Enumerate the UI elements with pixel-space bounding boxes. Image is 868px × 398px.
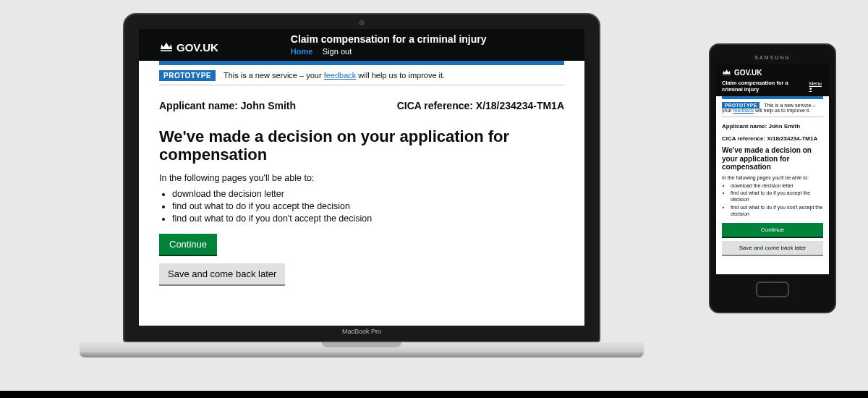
phase-banner: PROTOTYPE This is a new service – your f…	[722, 99, 823, 117]
phase-tag: PROTOTYPE	[159, 70, 216, 81]
laptop-screen: GOV.UK Claim compensation for a criminal…	[139, 29, 584, 326]
site-header: GOV.UK Claim compensation for a criminal…	[139, 29, 584, 61]
applicant-name: John Smith	[768, 123, 800, 130]
site-header: GOV.UK Claim compensation for a criminal…	[716, 64, 829, 96]
bottom-bar	[0, 391, 868, 398]
continue-button[interactable]: Continue	[159, 234, 217, 255]
list-item: find out what to do if you don't accept …	[172, 213, 564, 224]
applicant-label: Applicant name:	[722, 123, 767, 130]
list-item: download the decision letter	[731, 183, 823, 190]
phase-text-after: will help us to improve it.	[356, 71, 445, 80]
bullet-list: download the decision letter find out wh…	[172, 189, 564, 224]
laptop-base	[123, 342, 600, 358]
header-row: GOV.UK Claim compensation for a criminal…	[159, 33, 564, 61]
laptop-brand-label: MacBook Pro	[139, 326, 584, 335]
phone-brand-label: SAMSUNG	[716, 55, 829, 64]
header-nav: Home Sign out	[291, 46, 487, 61]
phone-home-button[interactable]	[756, 281, 789, 297]
list-item: find out what to do if you accept the de…	[172, 201, 564, 211]
main-content: Applicant name: John Smith CICA referenc…	[716, 123, 829, 262]
list-item: find out what to do if you accept the de…	[731, 190, 823, 203]
reference-value: X/18/234234-TM1A	[476, 100, 564, 111]
reference-value: X/18/234234-TM1A	[767, 135, 817, 142]
govuk-logo[interactable]: GOV.UK	[176, 41, 218, 54]
laptop-base-bottom	[80, 352, 644, 357]
reference-block: CICA reference: X/18/234234-TM1A	[397, 100, 564, 111]
nav-home-link[interactable]: Home	[291, 47, 313, 56]
laptop-mockup: GOV.UK Claim compensation for a criminal…	[123, 13, 600, 358]
applicant-label: Applicant name:	[159, 100, 238, 111]
service-column: Claim compensation for a criminal injury…	[291, 33, 487, 61]
feedback-link[interactable]: feedback	[733, 108, 754, 113]
nav-signout-link[interactable]: Sign out	[323, 47, 352, 56]
menu-toggle[interactable]: Menu ▾	[809, 81, 824, 92]
service-name: Claim compensation for a criminal injury	[722, 80, 809, 93]
applicant-block: Applicant name: John Smith	[722, 123, 823, 130]
save-button[interactable]: Save and come back later	[722, 241, 823, 255]
page-title: We've made a decision on your applicatio…	[722, 146, 823, 172]
phase-banner: PROTOTYPE This is a new service – your f…	[159, 65, 564, 85]
main-content: Applicant name: John Smith CICA referenc…	[139, 100, 584, 299]
reference-block: CICA reference: X/18/234234-TM1A	[722, 135, 823, 142]
laptop-bezel: GOV.UK Claim compensation for a criminal…	[123, 13, 600, 342]
phone-screen: GOV.UK Claim compensation for a criminal…	[716, 64, 829, 274]
laptop-base-top	[80, 342, 644, 352]
govuk-logo[interactable]: GOV.UK	[734, 69, 762, 77]
phase-text-before: This is a new service – your	[224, 71, 324, 80]
list-item: find out what to do if you don't accept …	[731, 205, 823, 218]
bullet-list: download the decision letter find out wh…	[731, 183, 823, 218]
service-name: Claim compensation for a criminal injury	[291, 33, 487, 45]
reference-label: CICA reference:	[722, 135, 765, 142]
continue-button[interactable]: Continue	[722, 223, 823, 237]
crown-icon	[159, 41, 174, 54]
applicant-block: Applicant name: John Smith	[159, 100, 296, 111]
save-button[interactable]: Save and come back later	[159, 263, 285, 284]
laptop-notch	[322, 342, 401, 347]
feedback-link[interactable]: feedback	[324, 71, 357, 80]
header-row: GOV.UK	[722, 68, 823, 77]
service-row: Claim compensation for a criminal injury…	[722, 77, 823, 96]
phase-text-after: will help us to improve it.	[754, 108, 810, 113]
page-title: We've made a decision on your applicatio…	[159, 127, 521, 164]
camera-icon	[359, 20, 365, 25]
reference-label: CICA reference:	[397, 100, 473, 111]
intro-text: In the following pages you'll be able to…	[159, 173, 564, 183]
list-item: download the decision letter	[172, 189, 564, 199]
applicant-name: John Smith	[241, 100, 296, 111]
meta-row: Applicant name: John Smith CICA referenc…	[159, 100, 564, 111]
phone-mockup: SAMSUNG GOV.UK Claim compensation for a …	[709, 43, 836, 313]
intro-text: In the following pages you'll be able to…	[722, 175, 823, 180]
crown-icon	[722, 68, 731, 77]
